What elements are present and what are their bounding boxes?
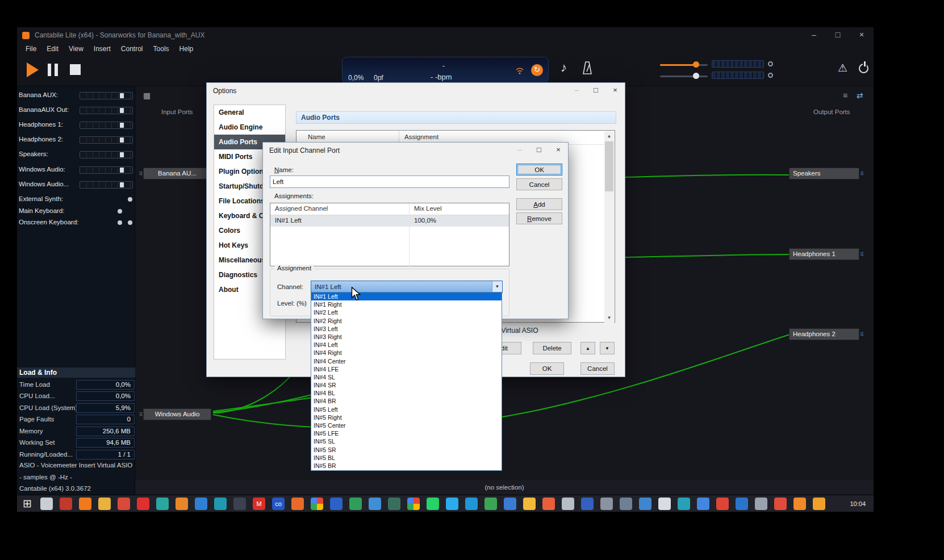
menu-help[interactable]: Help bbox=[174, 43, 199, 55]
dropdown-item[interactable]: IN#1 Left bbox=[311, 292, 502, 300]
taskbar-app-table[interactable] bbox=[581, 498, 594, 510]
routing-view-icon[interactable]: ⇄ bbox=[857, 91, 863, 100]
node-speakers[interactable]: ⠿Speakers bbox=[789, 168, 859, 179]
node-grip-icon[interactable]: ⠿ bbox=[860, 250, 864, 259]
node-grip-icon[interactable]: ⠿ bbox=[139, 410, 143, 419]
grid-view-icon[interactable]: ▦ bbox=[143, 91, 151, 100]
taskbar-app-burger[interactable] bbox=[793, 498, 806, 510]
assignment-row[interactable]: IN#1 Left 100,0% bbox=[270, 215, 509, 227]
options-cancel-button[interactable]: Cancel bbox=[580, 362, 615, 375]
menu-view[interactable]: View bbox=[64, 43, 89, 55]
taskbar-app-youtube[interactable] bbox=[137, 498, 149, 510]
dropdown-item[interactable]: IN#2 Right bbox=[311, 317, 502, 325]
taskbar-app-orange-dot[interactable] bbox=[291, 498, 304, 510]
dropdown-item[interactable]: IN#4 SR bbox=[311, 381, 502, 389]
maximize-icon[interactable]: □ bbox=[586, 83, 605, 99]
dropdown-item[interactable]: IN#4 BR bbox=[311, 397, 502, 405]
taskbar-app-audio[interactable] bbox=[562, 498, 574, 510]
play-button[interactable] bbox=[27, 62, 39, 77]
taskbar-app-calc[interactable] bbox=[813, 498, 825, 510]
start-button[interactable]: ⊞ bbox=[21, 498, 34, 510]
node-headphones-2[interactable]: ⠿Headphones 2 bbox=[789, 328, 859, 340]
menu-tools[interactable]: Tools bbox=[148, 43, 174, 55]
taskbar-app-red-circle[interactable] bbox=[716, 498, 729, 510]
edit-ok-button[interactable]: OK bbox=[516, 164, 562, 175]
taskbar-app-obs[interactable] bbox=[388, 498, 400, 510]
channel-indicator-led[interactable] bbox=[128, 197, 132, 202]
taskbar-app-gear[interactable] bbox=[620, 498, 632, 510]
taskbar-app-skype[interactable] bbox=[465, 498, 478, 510]
channel-dropdown-list[interactable]: IN#1 LeftIN#1 RightIN#2 LeftIN#2 RightIN… bbox=[311, 292, 502, 471]
nav-item-general[interactable]: General bbox=[214, 105, 285, 120]
channel-indicator-led[interactable] bbox=[118, 220, 122, 225]
taskbar-app-movie[interactable] bbox=[736, 498, 748, 510]
meter-reset-button[interactable] bbox=[768, 61, 773, 66]
taskbar-app-whatsapp[interactable] bbox=[427, 498, 439, 510]
assignments-table[interactable]: Assigned Channel Mix Level IN#1 Left 100… bbox=[270, 203, 509, 266]
node-grip-icon[interactable]: ⠿ bbox=[860, 169, 864, 178]
close-icon[interactable]: × bbox=[549, 143, 568, 158]
menu-edit[interactable]: Edit bbox=[41, 43, 64, 55]
taskbar-app-world[interactable] bbox=[678, 498, 690, 510]
node-grip-icon[interactable]: ⠿ bbox=[860, 330, 864, 339]
dropdown-item[interactable]: IN#5 SL bbox=[311, 437, 502, 445]
taskbar-app-chrome[interactable] bbox=[311, 498, 323, 510]
chevron-down-icon[interactable]: ▼ bbox=[492, 281, 502, 292]
minimize-icon[interactable]: – bbox=[510, 143, 529, 158]
taskbar-app-window[interactable] bbox=[40, 498, 53, 510]
scroll-down-icon[interactable]: ▼ bbox=[604, 313, 614, 323]
add-assignment-button[interactable]: Add bbox=[516, 198, 562, 210]
move-up-button[interactable]: ▲ bbox=[580, 342, 595, 354]
taskbar-app-mail[interactable] bbox=[214, 498, 227, 510]
taskbar-app-blue[interactable] bbox=[369, 498, 381, 510]
maximize-icon[interactable]: □ bbox=[529, 143, 549, 158]
taskbar-app-display[interactable] bbox=[697, 498, 709, 510]
taskbar-app-gray[interactable] bbox=[600, 498, 613, 510]
taskbar-app-teal[interactable] bbox=[156, 498, 169, 510]
list-view-icon[interactable]: ≡ bbox=[843, 91, 847, 100]
meter-reset-button[interactable] bbox=[768, 73, 773, 78]
taskbar-app-chrome-2[interactable] bbox=[407, 498, 420, 510]
channel-level-slider[interactable] bbox=[80, 166, 133, 174]
taskbar-app-telegram[interactable] bbox=[446, 498, 458, 510]
power-icon[interactable] bbox=[859, 64, 868, 73]
ports-table-scrollbar[interactable]: ▲ ▼ bbox=[604, 131, 614, 323]
pause-button[interactable] bbox=[48, 64, 58, 76]
remove-assignment-button[interactable]: Remove bbox=[516, 212, 562, 224]
menu-file[interactable]: File bbox=[20, 43, 41, 55]
dropdown-item[interactable]: IN#5 Left bbox=[311, 406, 502, 413]
close-icon[interactable]: × bbox=[605, 83, 625, 99]
maximize-icon[interactable]: □ bbox=[826, 27, 850, 43]
delete-port-button[interactable]: Delete bbox=[533, 342, 571, 354]
channel-indicator-led[interactable] bbox=[128, 220, 132, 225]
stop-button[interactable] bbox=[70, 64, 81, 75]
taskbar-app-green-note[interactable] bbox=[484, 498, 497, 510]
minimize-icon[interactable]: – bbox=[567, 83, 586, 99]
sync-icon[interactable]: ↻ bbox=[531, 64, 543, 76]
taskbar-app-orange-lines[interactable] bbox=[176, 498, 188, 510]
taskbar-app-sheet[interactable] bbox=[349, 498, 362, 510]
taskbar-app-phone[interactable] bbox=[658, 498, 671, 510]
dropdown-item[interactable]: IN#5 Right bbox=[311, 413, 502, 421]
scroll-up-icon[interactable]: ▲ bbox=[604, 131, 614, 141]
channel-level-slider[interactable] bbox=[80, 107, 133, 114]
dropdown-item[interactable]: IN#2 Left bbox=[311, 308, 502, 316]
dropdown-item[interactable]: IN#4 Center bbox=[311, 357, 502, 365]
taskbar-app-pencil[interactable] bbox=[504, 498, 516, 510]
dropdown-item[interactable]: IN#5 BR bbox=[311, 462, 502, 470]
taskbar-app-gmail[interactable]: M bbox=[253, 498, 265, 510]
taskbar-app-close-red[interactable] bbox=[774, 498, 787, 510]
options-titlebar[interactable]: Options – □ × bbox=[207, 83, 625, 99]
node-grip-icon[interactable]: ⠿ bbox=[139, 169, 143, 178]
dropdown-item[interactable]: IN#4 LFE bbox=[311, 365, 502, 373]
close-icon[interactable]: × bbox=[850, 27, 874, 43]
taskbar-app-paint[interactable] bbox=[542, 498, 555, 510]
channel-level-slider[interactable] bbox=[80, 181, 133, 189]
channel-level-slider[interactable] bbox=[80, 136, 133, 144]
edit-cancel-button[interactable]: Cancel bbox=[516, 178, 562, 190]
node-banana-aux[interactable]: ⠿Banana AU... bbox=[143, 168, 211, 179]
music-note-icon[interactable]: ♪ bbox=[561, 60, 567, 75]
name-field[interactable] bbox=[270, 175, 509, 188]
taskbar-app-blue-co[interactable]: co bbox=[272, 498, 285, 510]
slider-handle[interactable] bbox=[693, 61, 699, 68]
